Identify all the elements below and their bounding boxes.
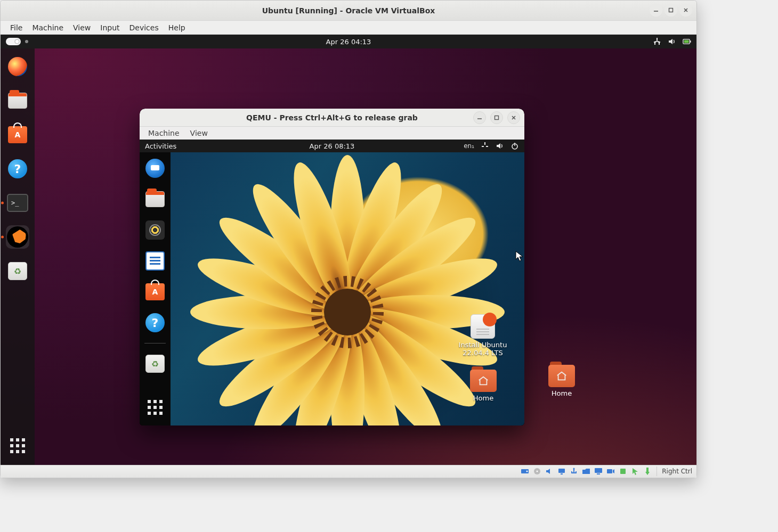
files-icon [8,93,27,109]
svg-rect-8 [684,40,689,43]
svg-rect-1 [657,38,658,40]
qemu-menu-view[interactable]: View [186,128,212,138]
menu-help[interactable]: Help [164,22,190,33]
virtualbox-titlebar[interactable]: Ubuntu [Running] - Oracle VM VirtualBox [1,1,696,21]
desktop-icon-home-inner[interactable]: Home [459,370,507,402]
apps-grid-icon [10,438,25,453]
close-button[interactable] [679,4,692,17]
svg-rect-4 [654,43,655,45]
svg-point-22 [526,471,528,472]
qemu-titlebar[interactable]: QEMU - Press Ctrl+Alt+G to release grab [140,109,524,127]
gnome-topbar[interactable]: Apr 26 04:13 [1,35,696,48]
network-icon [653,37,661,46]
desktop-icon-label: Home [459,394,507,402]
qemu-close-button[interactable] [507,111,520,124]
dock-item-rhythmbox[interactable] [144,219,166,241]
qemu-maximize-button[interactable] [490,111,503,124]
qemu-icon [7,226,28,248]
show-applications-button[interactable] [144,397,166,418]
network-icon [481,142,489,150]
menu-machine[interactable]: Machine [28,22,68,33]
firefox-icon [8,57,27,76]
vb-shared-folder-icon[interactable] [582,467,590,476]
vb-keyboard-icon[interactable] [643,467,652,476]
activities-button[interactable]: Activities [145,142,176,150]
qemu-minimize-button[interactable] [473,111,486,124]
folder-icon [548,365,575,387]
vb-optical-icon[interactable] [533,467,541,476]
files-icon [145,191,165,207]
help-icon: ? [8,159,27,178]
vb-mouse-integration-icon[interactable] [631,467,639,476]
activities-indicator[interactable] [6,38,28,45]
svg-rect-7 [690,40,691,43]
desktop-icon-label: Install Ubuntu 22.04.4 LTS [451,341,515,357]
clock-label[interactable]: Apr 26 04:13 [1,38,696,46]
qemu-title: QEMU - Press Ctrl+Alt+G to release grab [140,113,524,122]
qemu-window[interactable]: QEMU - Press Ctrl+Alt+G to release grab … [140,109,524,425]
power-icon [510,142,519,150]
minimize-button[interactable] [650,4,662,17]
qemu-menubar: Machine View [140,127,524,140]
show-applications-button[interactable] [6,434,29,457]
dock-item-files[interactable] [6,89,29,112]
menu-input[interactable]: Input [96,22,124,33]
vb-recording-icon[interactable] [606,467,615,476]
dock-item-firefox[interactable] [6,55,29,78]
volume-icon [668,37,676,46]
workspace-pill-icon [6,38,21,45]
inner-system-status-area[interactable]: en₁ [464,142,519,150]
vb-audio-icon[interactable] [545,467,554,476]
inner-desktop-wallpaper[interactable]: Install Ubuntu 22.04.4 LTS Home [171,152,524,425]
volume-icon [496,142,504,150]
virtualbox-menubar: File Machine View Input Devices Help [1,21,696,35]
dock-item-thunderbird[interactable] [144,158,166,179]
desktop-wallpaper[interactable]: Home QEMU - Press Ctrl+Alt+G to release … [1,48,696,465]
dock-item-writer[interactable] [144,250,166,272]
dock-item-files[interactable] [144,189,166,210]
vb-divider [657,466,657,476]
installer-icon [471,314,495,339]
svg-rect-29 [607,469,612,473]
dock-item-trash[interactable]: ♻ [6,259,29,283]
svg-rect-31 [646,468,649,472]
dock-item-help[interactable]: ? [144,312,166,333]
dock-item-terminal[interactable]: >_ [6,191,29,215]
host-key-label[interactable]: Right Ctrl [662,468,692,475]
desktop-icon-home[interactable]: Home [538,365,586,397]
house-icon [548,365,575,387]
svg-point-19 [324,289,371,335]
menu-file[interactable]: File [6,22,27,33]
dock-item-help[interactable]: ? [6,157,29,181]
menu-view[interactable]: View [69,22,95,33]
svg-rect-27 [595,468,602,473]
svg-rect-5 [659,43,660,45]
vb-display-icon[interactable] [594,467,603,476]
inner-gnome-topbar[interactable]: Activities Apr 26 08:13 en₁ [140,140,524,152]
desktop-icon-install-ubuntu[interactable]: Install Ubuntu 22.04.4 LTS [451,314,515,357]
trash-icon: ♻ [145,355,165,373]
outer-dock: ? >_ ♻ [1,48,35,465]
terminal-icon: >_ [7,194,28,212]
virtualbox-statusbar: Right Ctrl [1,465,696,478]
rhythmbox-icon [145,220,165,240]
svg-rect-28 [597,473,600,474]
maximize-button[interactable] [664,4,677,17]
system-status-area[interactable] [653,37,691,46]
dock-item-trash[interactable]: ♻ [144,353,166,374]
inner-dock: ? ♻ [140,152,171,425]
keyboard-layout-indicator[interactable]: en₁ [464,142,474,150]
qemu-menu-machine[interactable]: Machine [144,128,184,138]
svg-rect-0 [669,9,673,12]
dock-item-ubuntu-software[interactable] [144,281,166,302]
dock-item-ubuntu-software[interactable] [6,123,29,146]
vb-cpu-icon[interactable] [619,467,627,476]
dock-item-qemu[interactable] [6,225,29,249]
menu-devices[interactable]: Devices [125,22,163,33]
svg-rect-25 [558,469,565,473]
vb-network-icon[interactable] [557,467,566,476]
ubuntu-software-icon [8,126,27,143]
thunderbird-icon [145,159,165,178]
vb-hdd-icon[interactable] [521,467,529,476]
vb-usb-icon[interactable] [570,467,578,476]
